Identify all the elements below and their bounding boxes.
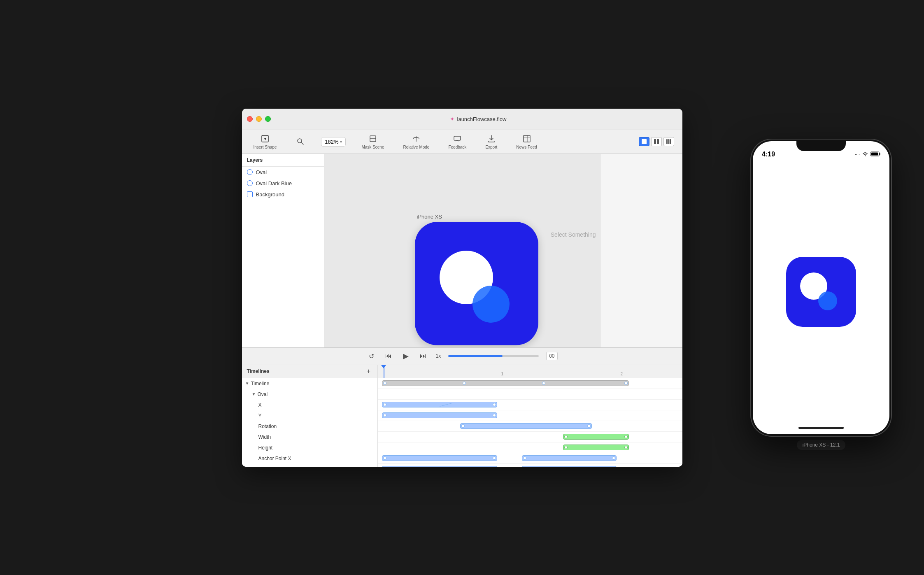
track-dot-h-start	[564, 446, 568, 449]
layers-panel: Layers Oval Oval Dark Blue Background	[242, 154, 324, 347]
timeline-tree-item-width[interactable]: Width	[242, 432, 377, 442]
export-toolbar-item[interactable]: Export	[482, 132, 500, 151]
iphone-notch	[796, 140, 846, 151]
track-bar-height	[563, 445, 629, 450]
track-row-height	[378, 442, 682, 453]
insert-shape-icon: ▾	[260, 134, 270, 144]
traffic-lights	[247, 116, 271, 122]
track-dot	[523, 456, 526, 460]
insert-shape-toolbar-item[interactable]: ▾ Insert Shape	[250, 132, 280, 151]
iphone-device-label: iPhone XS - 12.1	[797, 440, 846, 450]
home-indicator	[798, 427, 844, 429]
layer-oval-dark-label: Oval Dark Blue	[256, 180, 292, 186]
maximize-button[interactable]	[265, 116, 271, 122]
home-indicator-area	[753, 422, 889, 434]
layer-item-oval-dark[interactable]: Oval Dark Blue	[242, 178, 324, 189]
track-dot-y-start	[383, 414, 386, 417]
timeline-tree-item-anchor-y[interactable]: Anchor Point Y	[242, 464, 377, 467]
track-row-x	[378, 400, 682, 410]
timeline-tree-item-rotation[interactable]: Rotation	[242, 421, 377, 432]
track-row-y	[378, 410, 682, 421]
add-timeline-button[interactable]: +	[365, 368, 372, 375]
export-label: Export	[485, 145, 497, 149]
timeline-tree-item-height[interactable]: Height	[242, 442, 377, 453]
mask-scene-label: Mask Scene	[361, 145, 384, 149]
canvas-area[interactable]: iPhone XS Select Something	[324, 154, 600, 347]
relative-mode-icon	[411, 134, 421, 144]
blue-circle-layer	[472, 286, 510, 323]
relative-mode-toolbar-item[interactable]: Relative Mode	[400, 132, 433, 151]
feedback-label: Feedback	[448, 145, 466, 149]
news-feed-icon	[522, 134, 532, 144]
close-button[interactable]	[247, 116, 253, 122]
timeline-tree-label-width: Width	[258, 434, 271, 440]
skip-back-button[interactable]: ⏮	[384, 351, 393, 361]
playback-track[interactable]	[448, 355, 539, 357]
track-dot-w-start	[564, 435, 568, 438]
track-bar-timeline	[382, 380, 629, 386]
timeline-tree-label-rotation: Rotation	[258, 424, 277, 429]
oval-tree-arrow-icon: ▼	[252, 392, 256, 396]
timeline-tree-item-timeline[interactable]: ▼ Timeline	[242, 378, 377, 389]
timeline-tree-item-oval[interactable]: ▼ Oval	[242, 389, 377, 400]
iphone-blue-circle	[818, 291, 837, 310]
zoom-control[interactable]: 182% ▾	[321, 137, 346, 147]
layer-background-label: Background	[256, 191, 284, 198]
view-triple-button[interactable]	[663, 137, 674, 146]
search-toolbar-item[interactable]	[292, 135, 309, 148]
track-dot-y-end	[493, 414, 496, 417]
timeline-tree-label-y: Y	[258, 413, 262, 419]
wifi-icon	[862, 151, 868, 158]
view-single-button[interactable]	[639, 137, 649, 146]
title-bar: ✦ launchFlowcase.flow	[242, 109, 682, 130]
toolbar: ▾ Insert Shape 182% ▾	[242, 130, 682, 154]
mask-scene-icon	[368, 134, 378, 144]
timeline-tree-label-oval: Oval	[257, 391, 268, 397]
track-dot-h-end	[624, 446, 628, 449]
timeline-tree-label-height: Height	[258, 445, 273, 451]
search-icon	[296, 137, 305, 147]
news-feed-toolbar-item[interactable]: News Feed	[513, 132, 540, 151]
play-button[interactable]: ▶	[401, 351, 411, 361]
track-dot	[463, 382, 466, 385]
timeline-arrow-icon: ▼	[245, 381, 249, 386]
timeline-labels-panel: Timelines + ▼ Timeline ▼ Oval X	[242, 365, 378, 467]
layer-item-background[interactable]: Background	[242, 189, 324, 200]
minimize-button[interactable]	[256, 116, 262, 122]
status-icons: ····	[855, 151, 880, 158]
background-layer-icon	[247, 191, 253, 197]
track-dot	[383, 456, 386, 460]
app-window: ✦ launchFlowcase.flow ▾ Insert Shape	[242, 109, 682, 467]
view-split-button[interactable]	[651, 137, 662, 146]
svg-rect-15	[668, 139, 669, 144]
track-row-rotation	[378, 421, 682, 432]
iphone-frame: 4:19 ····	[751, 140, 891, 436]
track-bar-y	[382, 412, 497, 418]
feedback-toolbar-item[interactable]: Feedback	[445, 132, 470, 151]
track-dot	[624, 382, 628, 385]
timeline-tree-item-y[interactable]: Y	[242, 410, 377, 421]
mask-scene-toolbar-item[interactable]: Mask Scene	[358, 132, 387, 151]
track-row-anchor-y	[378, 464, 682, 467]
insert-shape-label: Insert Shape	[254, 145, 277, 149]
svg-rect-18	[880, 153, 880, 155]
skip-forward-button[interactable]: ⏭	[418, 351, 428, 361]
iphone-app-icon	[786, 257, 856, 327]
status-time: 4:19	[762, 151, 775, 158]
layer-item-oval[interactable]: Oval	[242, 167, 324, 178]
iphone-preview-container: 4:19 ····	[751, 140, 891, 436]
timeline-tree-item-anchor-x[interactable]: Anchor Point X	[242, 453, 377, 464]
timeline-tree-label-x: X	[258, 402, 262, 408]
svg-rect-19	[871, 152, 878, 155]
svg-rect-12	[654, 139, 656, 144]
app-icon-canvas[interactable]	[415, 222, 538, 345]
svg-rect-14	[666, 139, 668, 144]
track-bar-anchor-y-1	[382, 466, 497, 467]
relative-mode-label: Relative Mode	[403, 145, 430, 149]
rewind-button[interactable]: ↺	[366, 351, 376, 361]
timeline-tree-item-x[interactable]: X	[242, 400, 377, 410]
device-label-container: iPhone XS - 12.1	[751, 441, 891, 448]
track-dot	[612, 456, 615, 460]
select-something-hint: Select Something	[551, 231, 596, 238]
track-dot-rot-start	[461, 424, 465, 428]
